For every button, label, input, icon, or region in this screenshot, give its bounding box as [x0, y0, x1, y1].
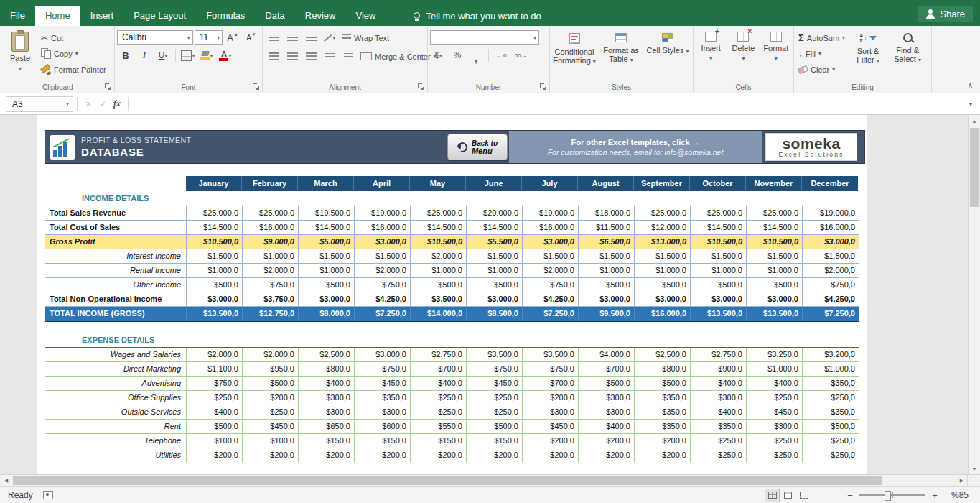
- vertical-scrollbar[interactable]: ▲ ▼: [968, 115, 980, 474]
- value-cell[interactable]: $500,0: [635, 377, 691, 391]
- value-cell[interactable]: $750,0: [523, 278, 579, 292]
- value-cell[interactable]: $1.000,0: [803, 362, 859, 377]
- value-cell[interactable]: $4.250,0: [355, 292, 411, 307]
- orientation-button[interactable]: ▾: [321, 31, 338, 45]
- tab-page-layout[interactable]: Page Layout: [123, 6, 196, 26]
- value-cell[interactable]: $450,0: [747, 405, 803, 420]
- value-cell[interactable]: $1.500,0: [187, 249, 243, 264]
- row-label-cell[interactable]: Total Non-Operational Income: [45, 292, 187, 307]
- value-cell[interactable]: $18.000,0: [579, 206, 635, 221]
- value-cell[interactable]: $800,0: [635, 362, 691, 377]
- value-cell[interactable]: $750,0: [243, 278, 299, 292]
- zoom-slider[interactable]: [859, 494, 925, 496]
- value-cell[interactable]: $3.000,0: [523, 235, 579, 249]
- vertical-scroll-thumb[interactable]: [970, 128, 979, 207]
- value-cell[interactable]: $2.000,0: [523, 264, 579, 278]
- value-cell[interactable]: $8.000,0: [299, 307, 355, 321]
- value-cell[interactable]: $300,0: [691, 391, 747, 405]
- page-layout-view-button[interactable]: [781, 489, 795, 502]
- value-cell[interactable]: $200,0: [523, 448, 579, 463]
- value-cell[interactable]: $500,0: [187, 420, 243, 434]
- value-cell[interactable]: $1.500,0: [355, 249, 411, 264]
- value-cell[interactable]: $800,0: [299, 362, 355, 377]
- value-cell[interactable]: $250,0: [467, 391, 523, 405]
- fill-color-button[interactable]: ▾: [198, 48, 215, 63]
- value-cell[interactable]: $250,0: [411, 391, 467, 405]
- value-cell[interactable]: $4.250,0: [523, 292, 579, 307]
- value-cell[interactable]: $1.500,0: [803, 249, 859, 264]
- row-label-cell[interactable]: Total Sales Revenue: [45, 206, 187, 221]
- value-cell[interactable]: $2.000,0: [187, 348, 243, 362]
- value-cell[interactable]: $300,0: [299, 391, 355, 405]
- back-to-menu-button[interactable]: Back toMenu: [447, 134, 508, 160]
- tab-file[interactable]: File: [0, 6, 35, 26]
- value-cell[interactable]: $4.250,0: [803, 292, 859, 307]
- value-cell[interactable]: $10.500,0: [411, 235, 467, 249]
- value-cell[interactable]: $3.000,0: [747, 292, 803, 307]
- value-cell[interactable]: $25.000,0: [243, 206, 299, 221]
- value-cell[interactable]: $3.000,0: [187, 292, 243, 307]
- tab-home[interactable]: Home: [35, 6, 80, 26]
- clipboard-dialog-launcher[interactable]: [105, 83, 112, 91]
- value-cell[interactable]: $400,0: [411, 377, 467, 391]
- expense-details-title[interactable]: EXPENSE DETAILS: [45, 333, 867, 347]
- value-cell[interactable]: $8.500,0: [467, 307, 523, 321]
- value-cell[interactable]: $150,0: [355, 434, 411, 448]
- value-cell[interactable]: $400,0: [691, 405, 747, 420]
- zoom-in-button[interactable]: +: [928, 490, 941, 501]
- value-cell[interactable]: $400,0: [747, 377, 803, 391]
- month-header-cell[interactable]: March: [298, 176, 354, 191]
- value-cell[interactable]: $200,0: [523, 434, 579, 448]
- value-cell[interactable]: $2.000,0: [803, 264, 859, 278]
- value-cell[interactable]: $7.250,0: [803, 307, 859, 321]
- normal-view-button[interactable]: [765, 489, 779, 502]
- value-cell[interactable]: $250,0: [803, 391, 859, 405]
- tab-formulas[interactable]: Formulas: [196, 6, 255, 26]
- value-cell[interactable]: $3.000,0: [691, 292, 747, 307]
- value-cell[interactable]: $500,0: [299, 278, 355, 292]
- italic-button[interactable]: I: [136, 48, 153, 63]
- value-cell[interactable]: $450,0: [355, 377, 411, 391]
- value-cell[interactable]: $1.500,0: [747, 249, 803, 264]
- bold-button[interactable]: B: [117, 48, 134, 63]
- formula-input[interactable]: [132, 96, 964, 112]
- share-button[interactable]: Share: [918, 6, 973, 22]
- value-cell[interactable]: $3.000,0: [355, 348, 411, 362]
- tell-me-box[interactable]: Tell me what you want to do: [413, 11, 541, 22]
- value-cell[interactable]: $450,0: [467, 377, 523, 391]
- value-cell[interactable]: $750,0: [803, 278, 859, 292]
- value-cell[interactable]: $1.000,0: [411, 264, 467, 278]
- value-cell[interactable]: $13.500,0: [691, 307, 747, 321]
- delete-cells-button[interactable]: Delete ▾: [728, 28, 758, 82]
- value-cell[interactable]: $13.000,0: [635, 235, 691, 249]
- increase-font-size-button[interactable]: A▲: [224, 30, 241, 45]
- month-header-cell[interactable]: April: [354, 176, 410, 191]
- scroll-left-arrow[interactable]: ◀: [0, 475, 12, 486]
- middle-align-button[interactable]: [284, 31, 301, 45]
- value-cell[interactable]: $6.500,0: [579, 235, 635, 249]
- value-cell[interactable]: $150,0: [467, 434, 523, 448]
- page-break-view-button[interactable]: [797, 489, 811, 502]
- value-cell[interactable]: $500,0: [635, 278, 691, 292]
- value-cell[interactable]: $150,0: [299, 434, 355, 448]
- value-cell[interactable]: $12.750,0: [243, 307, 299, 321]
- value-cell[interactable]: $500,0: [747, 278, 803, 292]
- value-cell[interactable]: $14.500,0: [299, 221, 355, 235]
- decrease-font-size-button[interactable]: A▼: [243, 30, 260, 45]
- month-header-cell[interactable]: January: [186, 176, 242, 191]
- accounting-format-button[interactable]: $▾: [430, 48, 447, 63]
- value-cell[interactable]: $1.000,0: [299, 264, 355, 278]
- format-as-table-button[interactable]: Format as Table ▾: [599, 28, 643, 82]
- value-cell[interactable]: $1.500,0: [635, 249, 691, 264]
- find-select-button[interactable]: Find & Select ▾: [889, 28, 926, 82]
- value-cell[interactable]: $3.500,0: [411, 292, 467, 307]
- row-label-cell[interactable]: Advertising: [45, 377, 187, 391]
- value-cell[interactable]: $1.500,0: [467, 249, 523, 264]
- increase-indent-button[interactable]: [340, 50, 357, 64]
- value-cell[interactable]: $5.500,0: [467, 235, 523, 249]
- row-label-cell[interactable]: Office Supplies: [45, 391, 187, 405]
- value-cell[interactable]: $250,0: [467, 405, 523, 420]
- tab-data[interactable]: Data: [255, 6, 294, 26]
- value-cell[interactable]: $500,0: [579, 377, 635, 391]
- value-cell[interactable]: $2.000,0: [243, 348, 299, 362]
